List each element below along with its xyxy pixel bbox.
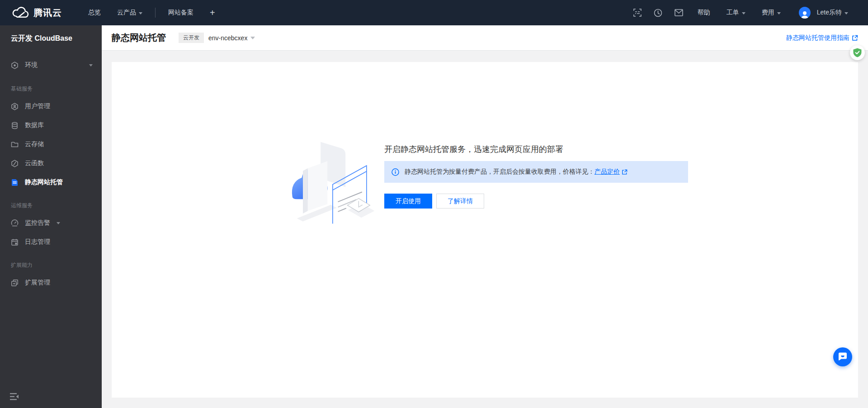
nav-cloud-products[interactable]: 云产品	[109, 0, 151, 25]
static-hosting-icon	[11, 179, 19, 186]
external-link-icon	[852, 35, 858, 41]
sidebar-item-cloud-storage[interactable]: 云存储	[0, 135, 102, 154]
log-calendar-icon	[11, 238, 19, 246]
sidebar: 云开发 CloudBase 环境 基础服务 用户管理	[0, 25, 102, 408]
account-menu[interactable]: Lete乐特	[789, 0, 856, 25]
sidebar-group-extensions: 扩展能力	[11, 261, 91, 270]
nav-divider	[155, 8, 156, 18]
pricing-link[interactable]: 产品定价	[594, 168, 627, 176]
topbar: 腾讯云 总览 云产品 网站备案 +	[0, 0, 868, 25]
username: Lete乐特	[817, 9, 842, 17]
hosting-intro-card: 开启静态网站托管服务，迅速完成网页应用的部署 静态网站托管为按量付费产品，开启后…	[112, 62, 858, 398]
sidebar-item-user-management[interactable]: 用户管理	[0, 97, 102, 116]
ticket-menu[interactable]: 工单	[718, 0, 754, 25]
nav-overview[interactable]: 总览	[80, 0, 109, 25]
extension-icon	[11, 279, 19, 287]
enable-service-button[interactable]: 开启使用	[384, 194, 432, 209]
caret-down-icon	[139, 12, 142, 14]
notice-text: 静态网站托管为按量付费产品，开启后会按量收取费用，价格详见：产品定价	[405, 168, 627, 176]
caret-down-icon	[57, 222, 60, 224]
hero-heading: 开启静态网站托管服务，迅速完成网页应用的部署	[384, 145, 692, 154]
caret-down-icon	[742, 12, 745, 14]
sidebar-group-basic: 基础服务	[11, 85, 91, 94]
sidebar-item-static-hosting[interactable]: 静态网站托管	[0, 173, 102, 192]
sidebar-item-monitor-alarm[interactable]: 监控告警	[0, 213, 102, 232]
cloud-logo-icon	[12, 6, 29, 19]
caret-down-icon	[777, 12, 781, 14]
console-scan-icon[interactable]	[627, 0, 648, 25]
content-area: 开启静态网站托管服务，迅速完成网页应用的部署 静态网站托管为按量付费产品，开启后…	[102, 51, 868, 408]
hosting-guide-link[interactable]: 静态网站托管使用指南	[786, 34, 858, 42]
message-mail-icon[interactable]	[669, 0, 689, 25]
help-menu[interactable]: 帮助	[689, 0, 718, 25]
env-name: env-ncebcxex	[208, 34, 247, 42]
sidebar-group-ops: 运维服务	[11, 202, 91, 211]
env-type-badge: 云开发	[179, 33, 204, 43]
page-header: 静态网站托管 云开发 env-ncebcxex 静态网站托管使用指南	[102, 25, 868, 51]
environment-icon	[11, 62, 19, 69]
action-buttons: 开启使用 了解详情	[384, 194, 692, 209]
sidebar-item-log-management[interactable]: 日志管理	[0, 232, 102, 251]
logo-text: 腾讯云	[33, 7, 62, 19]
sidebar-collapse-button[interactable]	[10, 393, 20, 403]
avatar	[799, 7, 811, 19]
monitor-gauge-icon	[11, 219, 19, 227]
nav-website-beian[interactable]: 网站备案	[160, 0, 202, 25]
sidebar-title: 云开发 CloudBase	[0, 25, 102, 52]
sidebar-item-environment[interactable]: 环境	[0, 55, 102, 75]
sidebar-item-extension-management[interactable]: 扩展管理	[0, 273, 102, 292]
learn-more-button[interactable]: 了解详情	[436, 194, 484, 209]
hosting-illustration-image	[285, 134, 375, 227]
env-selector[interactable]: env-ncebcxex	[208, 34, 255, 42]
sidebar-item-database[interactable]: 数据库	[0, 116, 102, 135]
chat-support-button[interactable]	[833, 347, 852, 366]
info-icon	[392, 168, 399, 176]
security-shield-badge[interactable]	[850, 45, 865, 60]
tencent-cloud-logo[interactable]: 腾讯云	[0, 6, 80, 19]
nav-add-shortcut[interactable]: +	[202, 0, 223, 25]
function-icon	[11, 160, 19, 167]
storage-folder-icon	[11, 141, 19, 148]
external-link-icon	[622, 169, 627, 175]
caret-down-icon	[250, 37, 255, 39]
billing-menu[interactable]: 费用	[754, 0, 789, 25]
topbar-nav: 总览 云产品 网站备案 +	[80, 0, 223, 25]
page-title: 静态网站托管	[112, 32, 166, 44]
caret-down-icon	[844, 12, 848, 14]
sidebar-item-cloud-function[interactable]: 云函数	[0, 154, 102, 173]
database-icon	[11, 122, 19, 129]
caret-down-icon	[89, 64, 93, 66]
billing-notice-banner: 静态网站托管为按量付费产品，开启后会按量收取费用，价格详见：产品定价	[384, 161, 688, 183]
topbar-right: 帮助 工单 费用 Lete乐特	[627, 0, 868, 25]
user-management-icon	[11, 103, 19, 110]
hero-block: 开启静态网站托管服务，迅速完成网页应用的部署 静态网站托管为按量付费产品，开启后…	[384, 145, 692, 209]
history-clock-icon[interactable]	[648, 0, 669, 25]
